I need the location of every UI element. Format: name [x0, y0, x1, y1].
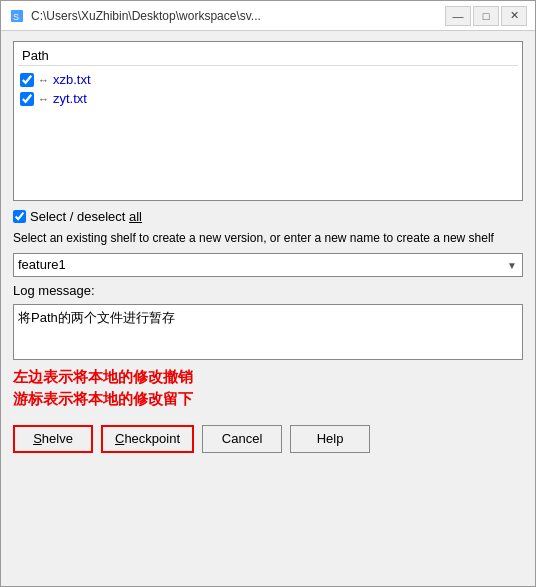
help-button[interactable]: Help: [290, 425, 370, 453]
shelve-underline: S: [33, 431, 42, 446]
help-button-label: Help: [317, 431, 344, 446]
file-list-box: Path ↔ xzb.txt ↔ zyt.txt: [13, 41, 523, 201]
close-button[interactable]: ✕: [501, 6, 527, 26]
info-line-2: 游标表示将本地的修改留下: [13, 388, 523, 411]
window-title: C:\Users\XuZhibin\Desktop\workspace\sv..…: [31, 9, 261, 23]
info-text: 左边表示将本地的修改撤销 游标表示将本地的修改留下: [13, 366, 523, 411]
log-textarea[interactable]: 将Path的两个文件进行暂存: [13, 304, 523, 360]
main-window: S C:\Users\XuZhibin\Desktop\workspace\sv…: [0, 0, 536, 587]
checkpoint-button-label: Checkpoint: [115, 431, 180, 446]
file-name-xzb: xzb.txt: [53, 72, 91, 87]
checkpoint-button[interactable]: Checkpoint: [101, 425, 194, 453]
file-checkbox-xzb[interactable]: [20, 73, 34, 87]
cancel-button-label: Cancel: [222, 431, 262, 446]
title-bar: S C:\Users\XuZhibin\Desktop\workspace\sv…: [1, 1, 535, 31]
title-bar-left: S C:\Users\XuZhibin\Desktop\workspace\sv…: [9, 8, 261, 24]
checkpoint-underline: C: [115, 431, 124, 446]
shelve-button-label: Shelve: [33, 431, 73, 446]
info-line-1: 左边表示将本地的修改撤销: [13, 366, 523, 389]
svg-text:S: S: [13, 12, 19, 22]
shelve-button[interactable]: Shelve: [13, 425, 93, 453]
window-controls: — □ ✕: [445, 6, 527, 26]
cancel-button[interactable]: Cancel: [202, 425, 282, 453]
log-label: Log message:: [13, 283, 523, 298]
content-area: Path ↔ xzb.txt ↔ zyt.txt Select / desele…: [1, 31, 535, 586]
file-type-icon: ↔: [38, 93, 49, 105]
shelf-dropdown-wrapper: feature1 ▼: [13, 253, 523, 277]
select-all-underline: all: [129, 209, 142, 224]
app-icon: S: [9, 8, 25, 24]
file-checkbox-zyt[interactable]: [20, 92, 34, 106]
select-all-label: Select / deselect all: [30, 209, 142, 224]
list-item: ↔ xzb.txt: [18, 70, 518, 89]
minimize-button[interactable]: —: [445, 6, 471, 26]
list-item: ↔ zyt.txt: [18, 89, 518, 108]
select-all-row: Select / deselect all: [13, 209, 523, 224]
shelf-dropdown[interactable]: feature1: [13, 253, 523, 277]
select-all-checkbox[interactable]: [13, 210, 26, 223]
description-text: Select an existing shelf to create a new…: [13, 230, 523, 247]
file-name-zyt: zyt.txt: [53, 91, 87, 106]
file-type-icon: ↔: [38, 74, 49, 86]
button-row: Shelve Checkpoint Cancel Help: [13, 417, 523, 457]
maximize-button[interactable]: □: [473, 6, 499, 26]
file-list-header: Path: [18, 46, 518, 66]
